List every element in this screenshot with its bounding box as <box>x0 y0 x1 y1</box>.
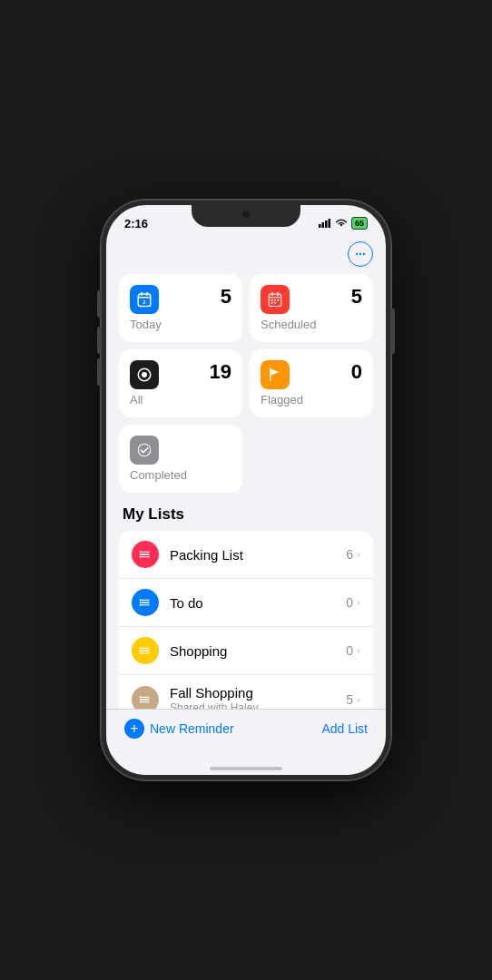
shopping-list-count-chevron: 0 › <box>346 643 360 658</box>
svg-rect-14 <box>274 299 276 301</box>
all-icon <box>130 360 159 389</box>
status-icons: 65 <box>319 217 368 230</box>
svg-rect-0 <box>319 224 321 228</box>
smart-list-scheduled[interactable]: 5 Scheduled <box>250 274 373 342</box>
svg-point-44 <box>140 701 142 703</box>
todo-list-icon <box>132 589 159 616</box>
today-label: Today <box>130 318 231 331</box>
fall-shopping-list-count-chevron: 5 › <box>346 692 360 707</box>
svg-point-36 <box>140 647 142 649</box>
packing-list-info: Packing List <box>170 547 346 563</box>
svg-point-31 <box>140 602 142 603</box>
smart-list-today[interactable]: 2 5 Today <box>119 274 242 342</box>
svg-rect-1 <box>321 222 324 228</box>
scheduled-label: Scheduled <box>261 318 362 331</box>
new-reminder-button[interactable]: + New Reminder <box>124 719 234 739</box>
all-label: All <box>130 393 231 407</box>
todo-list-name: To do <box>170 595 346 611</box>
scheduled-icon <box>261 285 290 314</box>
svg-point-32 <box>140 604 142 606</box>
svg-rect-16 <box>271 302 273 304</box>
status-time: 2:16 <box>124 217 148 230</box>
packing-list-icon <box>132 541 159 568</box>
svg-point-26 <box>140 556 142 558</box>
wifi-icon <box>335 219 348 228</box>
svg-point-20 <box>138 444 151 456</box>
svg-point-42 <box>140 696 142 698</box>
flagged-icon <box>261 360 290 389</box>
home-indicator <box>106 757 386 775</box>
shopping-list-info: Shopping <box>170 643 346 659</box>
battery-icon: 65 <box>351 217 368 230</box>
new-reminder-label: New Reminder <box>150 721 234 736</box>
home-bar <box>210 767 282 770</box>
smart-lists-grid: 2 5 Today <box>119 274 373 417</box>
flagged-label: Flagged <box>261 393 362 407</box>
today-count: 5 <box>221 285 231 309</box>
svg-point-30 <box>140 599 142 601</box>
svg-point-43 <box>140 699 142 701</box>
svg-rect-17 <box>274 302 276 304</box>
notch-dot <box>242 211 250 218</box>
fall-shopping-list-info: Fall Shopping Shared with Haley <box>170 685 346 709</box>
completed-label: Completed <box>130 468 231 482</box>
smart-list-flagged[interactable]: 0 Flagged <box>250 349 373 417</box>
notch <box>192 205 300 227</box>
completed-icon <box>130 436 159 465</box>
svg-point-37 <box>140 650 142 652</box>
today-icon: 2 <box>130 285 159 314</box>
flagged-count: 0 <box>351 360 362 384</box>
add-list-button[interactable]: Add List <box>321 721 368 736</box>
shopping-list-icon <box>132 637 159 664</box>
svg-point-25 <box>140 554 142 555</box>
scheduled-count: 5 <box>351 285 362 309</box>
svg-point-38 <box>140 652 142 654</box>
fall-shopping-list-name: Fall Shopping <box>170 685 346 701</box>
svg-rect-13 <box>271 299 273 301</box>
fall-shopping-list-subtitle: Shared with Haley <box>170 701 346 709</box>
fall-shopping-list-icon <box>132 686 159 709</box>
my-lists-title: My Lists <box>123 505 373 524</box>
smart-list-all[interactable]: 19 All <box>119 349 242 417</box>
svg-rect-3 <box>328 219 330 228</box>
more-button[interactable]: ··· <box>348 241 373 267</box>
list-item-todo[interactable]: To do 0 › <box>119 579 373 627</box>
signal-icon <box>319 219 331 228</box>
list-item-packing[interactable]: Packing List 6 › <box>119 531 373 579</box>
lists-container: Packing List 6 › <box>119 531 373 709</box>
svg-text:2: 2 <box>143 299 146 305</box>
packing-list-name: Packing List <box>170 547 346 563</box>
main-content: ··· 2 <box>106 234 386 709</box>
todo-list-info: To do <box>170 595 346 611</box>
svg-point-19 <box>142 372 147 377</box>
plus-icon: + <box>124 719 144 739</box>
list-item-shopping[interactable]: Shopping 0 › <box>119 627 373 675</box>
svg-rect-2 <box>325 220 328 228</box>
smart-list-completed[interactable]: Completed <box>119 425 242 493</box>
list-item-fall-shopping[interactable]: Fall Shopping Shared with Haley 5 › <box>119 675 373 709</box>
bottom-bar: + New Reminder Add List <box>106 709 386 757</box>
packing-list-count-chevron: 6 › <box>346 547 360 562</box>
svg-rect-15 <box>277 299 279 301</box>
all-count: 19 <box>210 360 231 384</box>
shopping-list-name: Shopping <box>170 643 346 659</box>
todo-list-count-chevron: 0 › <box>346 595 360 610</box>
svg-point-24 <box>140 551 142 553</box>
